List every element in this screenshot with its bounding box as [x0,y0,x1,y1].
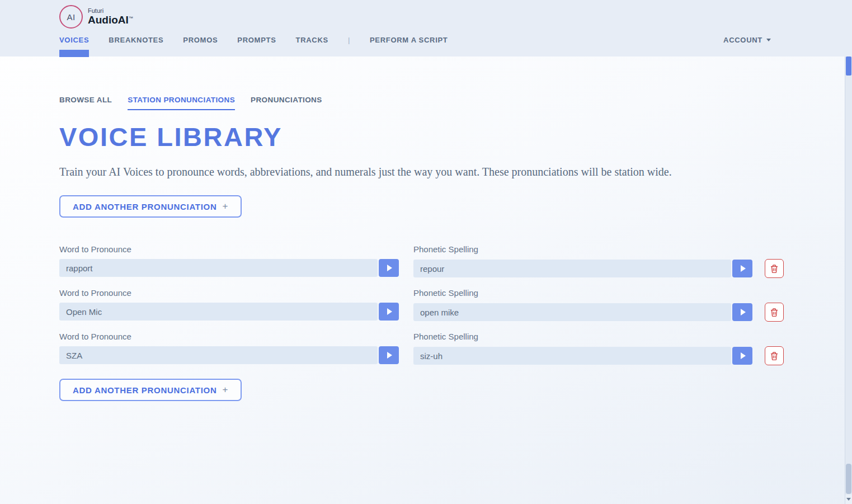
nav-item-perform-a-script[interactable]: PERFORM A SCRIPT [370,36,448,44]
play-phonetic-button[interactable] [732,303,752,321]
phonetic-input[interactable] [413,260,731,277]
play-word-button[interactable] [379,346,399,364]
tab-pronunciations[interactable]: PRONUNCIATIONS [251,96,322,110]
play-icon [741,309,746,315]
play-phonetic-button[interactable] [732,260,752,277]
play-word-button[interactable] [379,303,399,321]
pronunciation-rows: Word to Pronounce Phonetic Spelling Word… [59,244,793,365]
word-input[interactable] [59,303,378,321]
play-word-button[interactable] [379,259,399,277]
word-label: Word to Pronounce [59,288,399,298]
add-pronunciation-label: ADD ANOTHER PRONUNCIATION [73,385,217,395]
nav-item-prompts[interactable]: PROMPTS [237,36,276,44]
nav-item-promos[interactable]: PROMOS [183,36,218,44]
play-icon [387,308,392,315]
scrollbar[interactable] [845,56,852,504]
main-nav: VOICES BREAKNOTES PROMOS PROMPTS TRACKS … [59,36,790,44]
scroll-down-button[interactable] [845,494,852,504]
play-phonetic-button[interactable] [732,347,752,365]
add-pronunciation-button-top[interactable]: ADD ANOTHER PRONUNCIATION + [59,195,242,218]
nav-item-tracks[interactable]: TRACKS [296,36,328,44]
nav-item-breaknotes[interactable]: BREAKNOTES [109,36,163,44]
word-label: Word to Pronounce [59,332,399,341]
play-icon [387,265,392,271]
page-title: VOICE LIBRARY [59,121,793,152]
pronunciation-tabs: BROWSE ALL STATION PRONUNCIATIONS PRONUN… [59,96,793,110]
phonetic-input[interactable] [413,347,731,365]
scrollbar-thumb-secondary[interactable] [846,464,851,494]
main-content: BROWSE ALL STATION PRONUNCIATIONS PRONUN… [0,96,852,401]
plus-icon: + [223,201,229,212]
trademark-symbol: ™ [129,15,133,20]
delete-pronunciation-button[interactable] [765,303,784,322]
logo-text: AI [67,12,75,22]
brand-name-bottom: AudioAI™ [88,15,133,26]
delete-pronunciation-button[interactable] [765,259,784,278]
chevron-down-icon [766,39,771,41]
add-pronunciation-label: ADD ANOTHER PRONUNCIATION [73,202,217,211]
play-icon [741,265,746,272]
phonetic-field-group: Phonetic Spelling [413,332,784,365]
app-header: AI Futuri AudioAI™ VOICES BREAKNOTES PRO… [0,0,852,56]
scrollbar-thumb[interactable] [846,56,851,76]
phonetic-label: Phonetic Spelling [413,244,784,254]
nav-item-voices[interactable]: VOICES [59,36,89,44]
word-field-group: Word to Pronounce [59,332,399,365]
brand-text: Futuri AudioAI™ [88,8,133,25]
trash-icon [770,264,779,274]
phonetic-label: Phonetic Spelling [413,332,784,341]
trash-icon [770,351,779,361]
tab-browse-all[interactable]: BROWSE ALL [59,96,112,110]
play-icon [741,352,746,359]
chevron-down-icon [846,498,851,501]
phonetic-field-group: Phonetic Spelling [413,244,784,278]
word-field-group: Word to Pronounce [59,244,399,278]
account-menu[interactable]: ACCOUNT [723,36,771,44]
word-field-group: Word to Pronounce [59,288,399,322]
account-label: ACCOUNT [723,36,762,44]
word-input[interactable] [59,259,378,277]
delete-pronunciation-button[interactable] [765,346,784,365]
play-icon [387,352,392,359]
phonetic-label: Phonetic Spelling [413,288,784,298]
add-pronunciation-button-bottom[interactable]: ADD ANOTHER PRONUNCIATION + [59,379,242,401]
audioai-logo-icon: AI [59,5,83,29]
tab-station-pronunciations[interactable]: STATION PRONUNCIATIONS [128,96,235,110]
page-subtitle: Train your AI Voices to pronounce words,… [59,166,764,178]
word-input[interactable] [59,346,378,364]
plus-icon: + [223,384,229,395]
trash-icon [770,308,779,317]
phonetic-input[interactable] [413,303,731,321]
phonetic-field-group: Phonetic Spelling [413,288,784,322]
brand-logo[interactable]: AI Futuri AudioAI™ [59,0,790,29]
word-label: Word to Pronounce [59,244,399,254]
nav-divider: | [348,36,350,44]
